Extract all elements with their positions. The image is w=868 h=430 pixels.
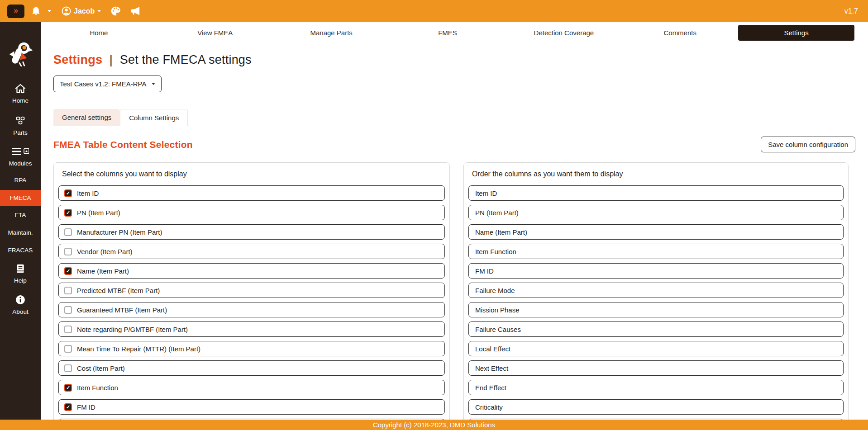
- sidebar-items: HomePartsModulesRPAFMECAFTAMaintain.FRAC…: [0, 66, 41, 315]
- column-select-list: ✓Item ID✓PN (Item Part)Manufacturer PN (…: [58, 185, 445, 430]
- column-select-row-mean-time-to-repair-mttr-item-part[interactable]: Mean Time To Repair (MTTR) (Item Part): [58, 341, 445, 356]
- checkbox-unchecked[interactable]: [64, 248, 72, 255]
- column-order-list: Item IDPN (Item Part)Name (Item Part)Ite…: [468, 185, 844, 430]
- column-order-row-criticality[interactable]: Criticality: [468, 399, 844, 415]
- user-circle-icon: [62, 6, 71, 16]
- column-order-row-failure-mode[interactable]: Failure Mode: [468, 283, 844, 298]
- project-selector[interactable]: Test Cases v1.2: FMEA-RPA: [53, 76, 162, 92]
- sidebar-item-fta[interactable]: FTA: [0, 212, 41, 218]
- column-select-row-pn-item-part[interactable]: ✓PN (Item Part): [58, 205, 445, 220]
- double-chevron-icon: »: [14, 6, 18, 14]
- sidebar-item-label: Help: [14, 277, 27, 284]
- sidebar-item-rpa[interactable]: RPA: [0, 177, 41, 184]
- main-area: HomeView FMEAManage PartsFMESDetection C…: [41, 22, 868, 430]
- settings-tabs: General settings Column Settings: [53, 109, 855, 126]
- column-select-row-predicted-mtbf-item-part[interactable]: Predicted MTBF (Item Part): [58, 283, 445, 298]
- column-select-label: FM ID: [77, 403, 95, 411]
- sidebar-item-label: Home: [12, 97, 29, 104]
- modules-icon: [12, 146, 29, 158]
- user-menu[interactable]: Jacob: [62, 6, 101, 16]
- column-select-label: Manufacturer PN (Item Part): [77, 228, 162, 236]
- column-select-row-item-function[interactable]: ✓Item Function: [58, 380, 445, 395]
- column-select-row-item-id[interactable]: ✓Item ID: [58, 185, 445, 201]
- checkbox-checked[interactable]: ✓: [64, 403, 72, 411]
- column-order-label: Name (Item Part): [475, 228, 527, 236]
- column-select-row-name-item-part[interactable]: ✓Name (Item Part): [58, 263, 445, 279]
- column-order-label: End Effect: [475, 384, 506, 392]
- checkbox-unchecked[interactable]: [64, 326, 72, 333]
- column-select-label: Guaranteed MTBF (Item Part): [77, 306, 167, 314]
- sidebar-item-maintain[interactable]: Maintain.: [0, 229, 41, 236]
- sidebar: HomePartsModulesRPAFMECAFTAMaintain.FRAC…: [0, 22, 41, 420]
- checkbox-unchecked[interactable]: [64, 306, 72, 314]
- nav-tab-detection-coverage[interactable]: Detection Coverage: [506, 25, 622, 41]
- checkbox-unchecked[interactable]: [64, 345, 72, 353]
- sidebar-item-home[interactable]: Home: [0, 84, 41, 104]
- checkbox-checked[interactable]: ✓: [64, 209, 72, 217]
- checkbox-unchecked[interactable]: [64, 364, 72, 372]
- sidebar-item-label: RPA: [14, 177, 27, 184]
- column-order-row-fm-id[interactable]: FM ID: [468, 263, 844, 279]
- column-order-row-item-function[interactable]: Item Function: [468, 244, 844, 259]
- nav-tab-fmes[interactable]: FMES: [390, 25, 506, 41]
- sidebar-item-parts[interactable]: Parts: [0, 116, 41, 136]
- nav-tab-view-fmea[interactable]: View FMEA: [157, 25, 273, 41]
- column-order-row-item-id[interactable]: Item ID: [468, 185, 844, 201]
- footer: Copyright (c) 2018-2023, DMD Solutions: [0, 420, 868, 430]
- tab-column-settings[interactable]: Column Settings: [120, 109, 188, 126]
- section-heading: FMEA Table Content Selection: [53, 139, 193, 150]
- column-order-label: Next Effect: [475, 364, 508, 372]
- sidebar-item-help[interactable]: Help: [0, 264, 41, 284]
- tab-general-settings[interactable]: General settings: [53, 109, 120, 126]
- sidebar-item-modules[interactable]: Modules: [0, 146, 41, 167]
- checkbox-checked[interactable]: ✓: [64, 267, 72, 275]
- column-order-row-name-item-part[interactable]: Name (Item Part): [468, 224, 844, 240]
- checkbox-unchecked[interactable]: [64, 228, 72, 236]
- column-select-label: Name (Item Part): [77, 267, 129, 275]
- checkbox-checked[interactable]: ✓: [64, 384, 72, 392]
- column-select-row-guaranteed-mtbf-item-part[interactable]: Guaranteed MTBF (Item Part): [58, 302, 445, 317]
- palette-icon[interactable]: [110, 6, 121, 16]
- column-select-label: Predicted MTBF (Item Part): [77, 287, 160, 294]
- column-select-label: Item Function: [77, 384, 118, 392]
- app-version: v1.7: [844, 7, 858, 15]
- column-select-row-note-regarding-p-gmtbf-item-part[interactable]: Note regarding P/GMTBF (Item Part): [58, 321, 445, 337]
- parts-icon: [15, 116, 26, 127]
- column-select-label: Mean Time To Repair (MTTR) (Item Part): [77, 345, 200, 353]
- column-select-row-cost-item-part[interactable]: Cost (Item Part): [58, 360, 445, 376]
- column-order-row-next-effect[interactable]: Next Effect: [468, 360, 844, 376]
- bell-icon[interactable]: [31, 6, 41, 16]
- page-title: Settings | Set the FMECA settings: [53, 53, 855, 67]
- megaphone-icon[interactable]: [130, 6, 141, 16]
- column-select-row-fm-id[interactable]: ✓FM ID: [58, 399, 445, 415]
- column-order-row-end-effect[interactable]: End Effect: [468, 380, 844, 395]
- nav-tab-settings[interactable]: Settings: [738, 25, 854, 41]
- nav-tab-manage-parts[interactable]: Manage Parts: [273, 25, 390, 41]
- column-order-row-mission-phase[interactable]: Mission Phase: [468, 302, 844, 317]
- topbar: » Jacob v1.7: [0, 0, 868, 22]
- nav-tab-comments[interactable]: Comments: [622, 25, 738, 41]
- sidebar-item-label: Modules: [9, 160, 32, 167]
- sidebar-item-fracas[interactable]: FRACAS: [0, 247, 41, 254]
- sidebar-item-fmeca[interactable]: FMECA: [0, 190, 41, 206]
- sidebar-item-about[interactable]: About: [0, 295, 41, 315]
- save-column-configuration-button[interactable]: Save column configuration: [761, 137, 855, 152]
- column-order-row-failure-causes[interactable]: Failure Causes: [468, 321, 844, 337]
- column-order-label: PN (Item Part): [475, 209, 519, 217]
- nav-tab-home[interactable]: Home: [41, 25, 157, 41]
- column-select-row-vendor-item-part[interactable]: Vendor (Item Part): [58, 244, 445, 259]
- column-order-panel-header: Order the columns as you want them to di…: [472, 170, 844, 178]
- checkbox-unchecked[interactable]: [64, 287, 72, 294]
- sidebar-item-label: FTA: [15, 212, 26, 218]
- home-icon: [15, 84, 26, 95]
- column-order-row-pn-item-part[interactable]: PN (Item Part): [468, 205, 844, 220]
- checkbox-checked[interactable]: ✓: [64, 189, 72, 197]
- content: Settings | Set the FMECA settings Test C…: [41, 53, 868, 430]
- column-select-row-manufacturer-pn-item-part[interactable]: Manufacturer PN (Item Part): [58, 224, 445, 240]
- sidebar-expand-button[interactable]: »: [7, 5, 24, 18]
- column-order-label: Mission Phase: [475, 306, 520, 314]
- user-dropdown-caret: [97, 10, 101, 12]
- bell-dropdown-caret[interactable]: [48, 10, 51, 12]
- page-title-main: Settings: [53, 53, 102, 66]
- column-order-row-local-effect[interactable]: Local Effect: [468, 341, 844, 356]
